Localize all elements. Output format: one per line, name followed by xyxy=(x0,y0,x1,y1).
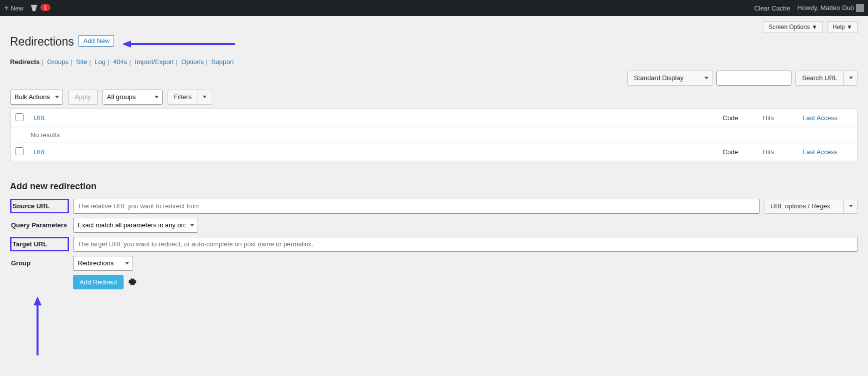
bulk-actions-select[interactable]: Bulk Actions xyxy=(10,90,63,105)
search-url-button[interactable]: Search URL xyxy=(795,71,844,86)
add-new-button[interactable]: Add New xyxy=(79,35,114,47)
source-url-label: Source URL xyxy=(10,199,69,213)
admin-bar: + New 1 Clear Cache Howdy, Matteo Duò xyxy=(0,0,868,16)
query-params-select[interactable]: Exact match all parameters in any order xyxy=(73,218,198,233)
tab-redirects[interactable]: Redirects xyxy=(10,58,40,66)
annotation-arrow-addredirect xyxy=(30,296,45,356)
col-lastaccess-top[interactable]: Last Access xyxy=(798,109,858,127)
update-badge: 1 xyxy=(41,4,51,11)
tab-groups[interactable]: Groups xyxy=(47,58,69,66)
filters-button[interactable]: Filters xyxy=(168,90,198,105)
col-lastaccess-bottom[interactable]: Last Access xyxy=(798,143,858,161)
tab-navigation: Redirects| Groups| Site| Log| 404s| Impo… xyxy=(10,58,858,66)
col-url-top[interactable]: URL xyxy=(29,109,718,127)
howdy-link[interactable]: Howdy, Matteo Duò xyxy=(797,4,864,13)
add-redirect-button[interactable]: Add Redirect xyxy=(73,275,124,289)
source-url-input[interactable] xyxy=(73,199,760,214)
url-options-caret[interactable] xyxy=(844,199,858,214)
yoast-icon xyxy=(30,4,39,13)
admin-bar-new[interactable]: + New xyxy=(4,4,24,13)
display-select[interactable]: Standard Display xyxy=(627,71,712,86)
search-input[interactable] xyxy=(716,71,791,86)
plus-icon: + xyxy=(4,4,9,12)
svg-marker-1 xyxy=(122,41,131,48)
apply-button[interactable]: Apply xyxy=(68,90,98,105)
tab-site[interactable]: Site xyxy=(76,58,87,66)
group-label: Group xyxy=(10,257,69,269)
tab-options[interactable]: Options xyxy=(181,58,204,66)
help-button[interactable]: Help ▼ xyxy=(827,21,858,33)
url-options-button[interactable]: URL options / Regex xyxy=(764,199,844,214)
svg-marker-3 xyxy=(34,296,42,305)
select-all-top[interactable] xyxy=(16,113,24,121)
tab-404s[interactable]: 404s xyxy=(113,58,127,66)
avatar xyxy=(856,4,864,12)
page-title: Redirections xyxy=(10,35,74,49)
gear-icon[interactable] xyxy=(128,277,137,286)
col-url-bottom[interactable]: URL xyxy=(29,143,718,161)
col-code-bottom: Code xyxy=(718,143,758,161)
redirects-table: URL Code Hits Last Access No results URL… xyxy=(10,109,858,161)
tab-log[interactable]: Log xyxy=(95,58,106,66)
tab-import-export[interactable]: Import/Export xyxy=(135,58,174,66)
no-results-row: No results xyxy=(11,127,858,143)
search-url-caret[interactable] xyxy=(844,71,858,86)
query-params-label: Query Parameters xyxy=(10,219,69,231)
target-url-label: Target URL xyxy=(10,237,69,251)
col-hits-top[interactable]: Hits xyxy=(758,109,798,127)
admin-bar-yoast[interactable]: 1 xyxy=(30,4,51,13)
filters-caret[interactable] xyxy=(198,90,212,105)
clear-cache-link[interactable]: Clear Cache xyxy=(754,5,790,12)
group-select[interactable]: Redirections xyxy=(73,256,133,271)
select-all-bottom[interactable] xyxy=(16,147,24,155)
screen-options-button[interactable]: Screen Options ▼ xyxy=(763,21,823,33)
annotation-arrow-addnew xyxy=(121,39,236,49)
col-code-top: Code xyxy=(718,109,758,127)
all-groups-select[interactable]: All groups xyxy=(103,90,163,105)
col-hits-bottom[interactable]: Hits xyxy=(758,143,798,161)
tab-support[interactable]: Support xyxy=(211,58,234,66)
add-new-section-title: Add new redirection xyxy=(10,181,858,192)
target-url-input[interactable] xyxy=(73,237,858,252)
